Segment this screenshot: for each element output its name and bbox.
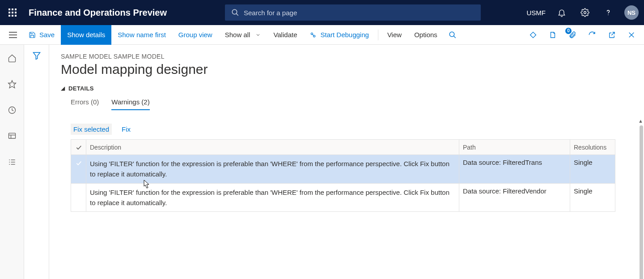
nav-modules[interactable] bbox=[5, 155, 19, 169]
close-icon bbox=[628, 31, 635, 39]
save-button[interactable]: Save bbox=[22, 25, 61, 45]
debug-icon bbox=[309, 31, 317, 39]
fix-selected-button[interactable]: Fix selected bbox=[71, 124, 112, 135]
fix-actions: Fix selected Fix bbox=[71, 124, 632, 135]
nav-favorites[interactable] bbox=[5, 77, 19, 91]
notifications-button[interactable] bbox=[555, 5, 569, 20]
svg-line-18 bbox=[313, 34, 314, 35]
row-description: Using 'FILTER' function for the expressi… bbox=[86, 184, 459, 212]
nav-toggle-button[interactable] bbox=[4, 25, 22, 45]
show-all-dropdown[interactable]: Show all bbox=[219, 25, 267, 45]
content: SAMPLE MODEL SAMPLE MODEL Model mapping … bbox=[49, 45, 644, 279]
search-icon bbox=[231, 9, 239, 17]
filter-toggle[interactable] bbox=[32, 51, 41, 279]
view-menu[interactable]: View bbox=[381, 25, 408, 45]
hamburger-icon bbox=[9, 32, 17, 38]
diamond-icon bbox=[529, 31, 537, 39]
bell-icon bbox=[557, 8, 566, 17]
help-icon bbox=[604, 8, 613, 17]
svg-rect-4 bbox=[12, 12, 13, 13]
grid-header-row: Description Path Resolutions bbox=[71, 140, 615, 155]
clock-icon bbox=[8, 106, 17, 115]
svg-rect-2 bbox=[15, 9, 17, 10]
action-bar-right: 0 bbox=[524, 26, 644, 44]
nav-home[interactable] bbox=[5, 51, 19, 65]
show-details-button[interactable]: Show details bbox=[61, 25, 111, 45]
validate-button[interactable]: Validate bbox=[267, 25, 303, 45]
star-icon bbox=[8, 80, 17, 89]
chevron-down-icon bbox=[255, 32, 261, 38]
svg-line-20 bbox=[453, 36, 456, 38]
options-menu[interactable]: Options bbox=[408, 25, 444, 45]
header-resolutions[interactable]: Resolutions bbox=[570, 140, 615, 155]
svg-rect-8 bbox=[15, 15, 17, 17]
row-checkbox[interactable] bbox=[71, 184, 86, 212]
filter-pane bbox=[24, 45, 49, 279]
header-path[interactable]: Path bbox=[459, 140, 570, 155]
shell-bar: Finance and Operations Preview USMF NS bbox=[0, 0, 644, 25]
office-icon bbox=[549, 31, 557, 39]
nav-workspaces[interactable] bbox=[5, 129, 19, 143]
app-launcher-button[interactable] bbox=[5, 5, 20, 20]
user-avatar[interactable]: NS bbox=[624, 5, 639, 20]
row-checkbox[interactable] bbox=[71, 155, 86, 183]
show-name-first-button[interactable]: Show name first bbox=[111, 25, 172, 45]
popout-button[interactable] bbox=[603, 26, 621, 44]
select-all-checkbox[interactable] bbox=[71, 140, 86, 155]
related-info-button[interactable] bbox=[524, 26, 542, 44]
svg-rect-6 bbox=[8, 15, 10, 17]
start-debugging-button[interactable]: Start Debugging bbox=[303, 25, 375, 45]
svg-rect-21 bbox=[530, 32, 536, 38]
waffle-icon bbox=[8, 9, 17, 17]
filter-icon bbox=[32, 51, 41, 60]
scroll-up[interactable]: ▲ bbox=[638, 118, 643, 124]
shell-right: USMF NS bbox=[527, 5, 639, 20]
svg-line-10 bbox=[236, 13, 238, 16]
svg-rect-5 bbox=[15, 12, 17, 13]
warnings-grid: Description Path Resolutions Using 'FILT… bbox=[71, 139, 615, 212]
nav-rail bbox=[0, 45, 24, 279]
grid-row[interactable]: Using 'FILTER' function for the expressi… bbox=[71, 184, 615, 212]
save-label: Save bbox=[39, 31, 55, 39]
check-icon bbox=[75, 159, 82, 167]
details-section-toggle[interactable]: ◢ DETAILS bbox=[61, 85, 632, 92]
tab-errors[interactable]: Errors (0) bbox=[71, 98, 99, 110]
header-description[interactable]: Description bbox=[86, 140, 459, 155]
scrollbar[interactable] bbox=[640, 125, 643, 279]
collapse-icon: ◢ bbox=[61, 85, 65, 91]
body: SAMPLE MODEL SAMPLE MODEL Model mapping … bbox=[0, 45, 644, 279]
row-resolutions: Single bbox=[570, 184, 615, 212]
find-button[interactable] bbox=[444, 26, 462, 44]
popout-icon bbox=[608, 31, 616, 39]
breadcrumb: SAMPLE MODEL SAMPLE MODEL bbox=[61, 53, 632, 60]
attachments-button[interactable]: 0 bbox=[564, 26, 581, 44]
close-button[interactable] bbox=[623, 26, 640, 44]
svg-point-19 bbox=[449, 32, 454, 37]
svg-rect-3 bbox=[8, 12, 10, 13]
global-search[interactable] bbox=[225, 4, 481, 21]
group-view-button[interactable]: Group view bbox=[172, 25, 219, 45]
row-resolutions: Single bbox=[570, 155, 615, 183]
save-icon bbox=[29, 31, 36, 39]
grid-row[interactable]: Using 'FILTER' function for the expressi… bbox=[71, 155, 615, 184]
company-picker[interactable]: USMF bbox=[527, 9, 546, 17]
tab-warnings[interactable]: Warnings (2) bbox=[111, 98, 149, 110]
refresh-button[interactable] bbox=[583, 26, 601, 44]
global-search-input[interactable] bbox=[244, 9, 475, 17]
fix-button[interactable]: Fix bbox=[119, 124, 133, 135]
svg-rect-7 bbox=[12, 15, 13, 17]
help-button[interactable] bbox=[601, 5, 615, 20]
svg-point-11 bbox=[584, 12, 586, 14]
app-title: Finance and Operations Preview bbox=[29, 8, 167, 18]
details-section-label: DETAILS bbox=[68, 85, 94, 92]
check-icon bbox=[75, 144, 82, 151]
home-icon bbox=[8, 54, 17, 63]
row-path: Data source: FilteredVendor bbox=[459, 184, 570, 212]
svg-rect-26 bbox=[8, 133, 15, 138]
office-button[interactable] bbox=[544, 26, 562, 44]
modules-icon bbox=[8, 158, 17, 167]
tabs: Errors (0) Warnings (2) bbox=[61, 98, 632, 110]
nav-recent[interactable] bbox=[5, 103, 19, 117]
svg-point-12 bbox=[608, 14, 609, 15]
settings-button[interactable] bbox=[578, 5, 592, 20]
